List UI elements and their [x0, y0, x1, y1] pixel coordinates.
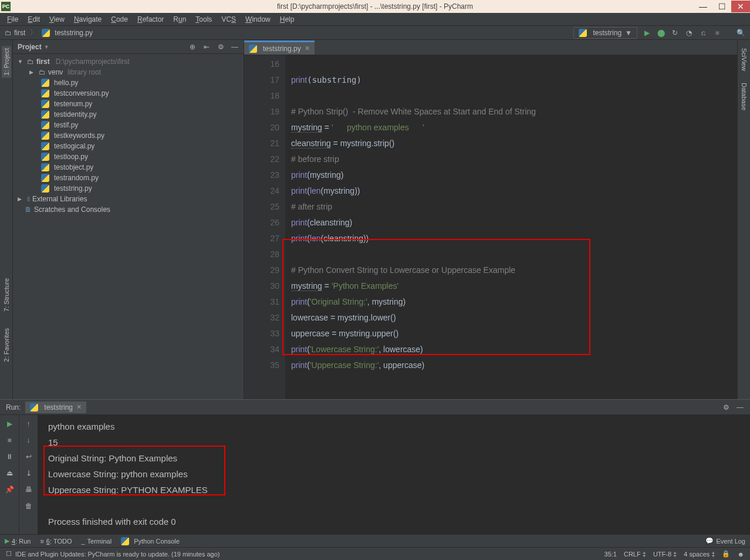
exit-icon[interactable]: ⏏	[4, 468, 15, 478]
tool-tab-favorites[interactable]: 2: Favorites	[2, 326, 11, 364]
print-icon[interactable]: 🖶	[23, 484, 34, 495]
pin-icon[interactable]: 📌	[4, 484, 15, 495]
tool-terminal[interactable]: _Terminal	[81, 538, 112, 545]
tool-todo[interactable]: ≡6: TODO	[40, 538, 72, 545]
run-config-selector[interactable]: teststring ▼	[573, 27, 637, 39]
close-tab-icon[interactable]: ✕	[76, 403, 82, 411]
pause-icon[interactable]: ⏸	[4, 451, 15, 462]
right-tool-gutter: SciView Database	[737, 40, 750, 399]
event-log[interactable]: 💬Event Log	[705, 537, 745, 545]
menu-tools[interactable]: Tools	[192, 14, 215, 25]
tree-root[interactable]: ▼ 🗀 first D:\pycharmprojects\first	[13, 56, 244, 67]
editor: teststring.py ✕ 161718192021222324252627…	[244, 40, 737, 399]
expand-icon[interactable]: ▶	[29, 69, 36, 75]
run-toolbar-secondary: ↑ ↓ ↩ ⤓ 🖶 🗑	[19, 415, 38, 534]
hide-icon[interactable]: —	[231, 43, 239, 51]
minimize-button[interactable]: —	[694, 1, 712, 12]
tree-file[interactable]: testidentity.py	[13, 109, 244, 120]
up-icon[interactable]: ↑	[23, 419, 34, 429]
debug-icon[interactable]: ⬤	[656, 28, 665, 38]
menu-window[interactable]: Window	[242, 14, 274, 25]
file-name: teststring.py	[54, 184, 92, 193]
menu-code[interactable]: Code	[107, 14, 131, 25]
menu-navigate[interactable]: Navigate	[70, 14, 105, 25]
tree-file[interactable]: testkeywords.py	[13, 130, 244, 141]
python-file-icon	[249, 45, 257, 53]
breadcrumb[interactable]: 🗀 first 〉 teststring.py	[5, 28, 93, 38]
wrap-icon[interactable]: ↩	[23, 451, 34, 462]
status-message[interactable]: IDE and Plugin Updates: PyCharm is ready…	[15, 551, 220, 558]
locate-icon[interactable]: ⊕	[188, 43, 197, 51]
tree-file[interactable]: testconversion.py	[13, 88, 244, 99]
cursor-position[interactable]: 35:1	[604, 551, 617, 558]
rerun-icon[interactable]: ▶	[4, 419, 15, 429]
dropdown-icon[interactable]: ▼	[44, 44, 49, 50]
breadcrumb-file[interactable]: teststring.py	[55, 29, 93, 37]
console-output[interactable]: python examples 15 Original String: Pyth…	[38, 415, 750, 534]
code-editor[interactable]: 1617181920212223242526272829303132333435…	[244, 55, 737, 399]
run-tab[interactable]: teststring ✕	[25, 402, 86, 413]
maximize-button[interactable]: ☐	[712, 1, 731, 12]
tree-file[interactable]: testrandom.py	[13, 173, 244, 183]
stop-icon[interactable]: ■	[4, 435, 15, 446]
menu-help[interactable]: Help	[276, 14, 298, 25]
tool-run[interactable]: ▶4: Run	[5, 537, 31, 545]
window-title: first [D:\pycharmprojects\first] - ...\t…	[277, 2, 473, 11]
tree-file[interactable]: teststring.py	[13, 183, 244, 194]
menubar: File Edit View Navigate Code Refactor Ru…	[0, 13, 750, 26]
expand-icon[interactable]: ▶	[18, 196, 25, 202]
inspector-icon[interactable]: ☻	[737, 551, 744, 558]
tree-file[interactable]: testlogical.py	[13, 141, 244, 151]
code-content[interactable]: print(substring) # Python Strip() - Remo…	[285, 55, 737, 399]
tree-ext-libs[interactable]: ▶ ⫴ External Libraries	[13, 194, 244, 204]
project-tree[interactable]: ▼ 🗀 first D:\pycharmprojects\first ▶ 🗀 v…	[13, 54, 244, 399]
menu-run[interactable]: Run	[170, 14, 190, 25]
down-icon[interactable]: ↓	[23, 435, 34, 446]
tool-tab-structure[interactable]: 7: Structure	[2, 276, 11, 314]
folder-icon: 🗀	[5, 29, 12, 37]
hide-icon[interactable]: —	[736, 403, 744, 411]
tool-tab-sciview[interactable]: SciView	[739, 46, 749, 73]
indent[interactable]: 4 spaces ‡	[684, 551, 715, 558]
tree-scratches[interactable]: 🗎 Scratches and Consoles	[13, 204, 244, 215]
tree-file[interactable]: testif.py	[13, 120, 244, 130]
coverage-icon[interactable]: ↻	[670, 28, 680, 38]
status-bar: ☐ IDE and Plugin Updates: PyCharm is rea…	[0, 547, 750, 560]
run-icon[interactable]: ▶	[642, 28, 651, 38]
collapse-icon[interactable]: ⇤	[202, 43, 211, 51]
tool-tab-project[interactable]: 1: Project	[2, 46, 11, 77]
editor-tab[interactable]: teststring.py ✕	[244, 41, 315, 55]
profile-icon[interactable]: ◔	[684, 28, 694, 38]
menu-edit[interactable]: Edit	[24, 14, 43, 25]
root-name: first	[36, 58, 50, 66]
tree-file[interactable]: hello.py	[13, 77, 244, 88]
line-separator[interactable]: CRLF ‡	[624, 551, 646, 558]
gear-icon[interactable]: ⚙	[722, 403, 730, 411]
stop-icon[interactable]: ■	[712, 28, 722, 38]
attach-icon[interactable]: ⎌	[698, 28, 708, 38]
close-tab-icon[interactable]: ✕	[305, 45, 310, 52]
search-icon[interactable]: 🔍	[736, 28, 745, 38]
menu-file[interactable]: File	[4, 14, 22, 25]
tool-tab-database[interactable]: Database	[739, 80, 749, 113]
tree-file[interactable]: testloop.py	[13, 151, 244, 162]
close-button[interactable]: ✕	[731, 1, 750, 12]
scratches-label: Scratches and Consoles	[34, 205, 110, 214]
clear-icon[interactable]: 🗑	[23, 501, 34, 511]
scratches-icon: 🗎	[25, 205, 32, 214]
tree-file[interactable]: testenum.py	[13, 99, 244, 109]
tree-file[interactable]: testobject.py	[13, 162, 244, 173]
lock-icon[interactable]: 🔒	[722, 550, 730, 558]
scroll-icon[interactable]: ⤓	[23, 468, 34, 478]
tree-venv[interactable]: ▶ 🗀 venv library root	[13, 67, 244, 77]
python-file-icon	[41, 100, 49, 108]
menu-view[interactable]: View	[46, 14, 68, 25]
gear-icon[interactable]: ⚙	[217, 43, 225, 51]
encoding[interactable]: UTF-8 ‡	[653, 551, 677, 558]
expand-icon[interactable]: ▼	[18, 59, 25, 65]
menu-refactor[interactable]: Refactor	[134, 14, 167, 25]
breadcrumb-root[interactable]: first	[14, 29, 25, 37]
file-name: testkeywords.py	[54, 131, 104, 140]
menu-vcs[interactable]: VCS	[218, 14, 239, 25]
tool-python-console[interactable]: Python Console	[121, 537, 180, 545]
